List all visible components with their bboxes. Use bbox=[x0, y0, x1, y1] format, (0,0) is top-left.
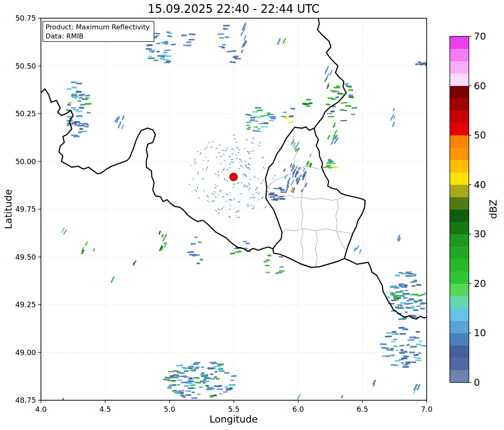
precip-cell bbox=[308, 103, 313, 104]
figure-title: 15.09.2025 22:40 - 22:44 UTC bbox=[148, 2, 319, 15]
precip-cell bbox=[168, 371, 172, 372]
precip-cell bbox=[413, 274, 416, 275]
precip-cell bbox=[73, 109, 79, 110]
precip-cell bbox=[279, 198, 285, 200]
precip-cell bbox=[223, 391, 227, 393]
precip-cell bbox=[402, 366, 409, 368]
precip-cell bbox=[328, 159, 332, 161]
radar-map-figure: 4.04.55.05.56.06.57.0 48.7549.0049.2549.… bbox=[0, 0, 504, 430]
precip-cell bbox=[390, 348, 394, 349]
radar-clutter-cell bbox=[218, 175, 219, 177]
precip-cell bbox=[168, 385, 172, 387]
radar-clutter-cell bbox=[233, 198, 235, 199]
precip-cell bbox=[204, 380, 210, 382]
precip-cell bbox=[222, 47, 225, 48]
colorbar-segment bbox=[450, 234, 469, 246]
colorbar-segment bbox=[450, 98, 469, 110]
precip-cell bbox=[153, 60, 159, 61]
precip-cell bbox=[191, 243, 196, 245]
precip-cell bbox=[197, 263, 200, 264]
precip-cell bbox=[231, 375, 236, 377]
precip-cell bbox=[148, 55, 152, 57]
colorbar-tick-label: 30 bbox=[474, 229, 486, 239]
colorbar-segment bbox=[450, 123, 469, 135]
precip-cell bbox=[413, 309, 418, 311]
precip-cell bbox=[412, 285, 416, 287]
colorbar-segment bbox=[450, 110, 469, 123]
precip-cell bbox=[275, 272, 279, 274]
precip-cell bbox=[188, 368, 193, 369]
precip-cell bbox=[291, 108, 295, 110]
precip-cell bbox=[400, 306, 403, 308]
precip-cell bbox=[306, 99, 311, 100]
precip-cell bbox=[418, 352, 421, 354]
x-axis-label: Longitude bbox=[210, 413, 258, 425]
precip-cell bbox=[409, 299, 414, 300]
precip-cell bbox=[177, 384, 180, 385]
precip-cell bbox=[167, 35, 172, 37]
precip-cell bbox=[322, 167, 329, 168]
precip-cell bbox=[183, 368, 188, 370]
precip-cell bbox=[86, 124, 89, 126]
precip-cell bbox=[266, 272, 270, 273]
colorbar-segment bbox=[450, 284, 469, 296]
colorbar-tick-label: 50 bbox=[474, 130, 486, 141]
colorbar-segment bbox=[450, 222, 469, 234]
colorbar-segment bbox=[450, 308, 469, 320]
precip-cell bbox=[186, 41, 191, 43]
precip-cell bbox=[79, 97, 82, 98]
precip-cell bbox=[382, 356, 386, 357]
precip-cell bbox=[332, 166, 337, 168]
precip-cell bbox=[72, 93, 77, 95]
precip-cell bbox=[213, 394, 217, 396]
precip-cell bbox=[223, 25, 230, 26]
colorbar-segment bbox=[450, 271, 469, 284]
precip-cell bbox=[79, 123, 82, 124]
precip-cell bbox=[196, 377, 200, 379]
precip-cell bbox=[408, 339, 414, 341]
precip-cell bbox=[194, 368, 199, 369]
annotation-data-line: Data: RMIB bbox=[45, 32, 84, 40]
precip-cell bbox=[189, 378, 193, 380]
precip-cell bbox=[246, 243, 250, 244]
radar-clutter-cell bbox=[275, 174, 275, 177]
precip-cell bbox=[180, 395, 185, 396]
radar-clutter-cell bbox=[263, 180, 264, 181]
precip-cell bbox=[269, 116, 276, 118]
x-tick-label: 6.0 bbox=[292, 405, 304, 413]
precip-cell bbox=[409, 294, 413, 295]
precip-cell bbox=[166, 55, 171, 57]
precip-cell bbox=[209, 362, 216, 363]
precip-cell bbox=[233, 56, 237, 58]
precip-cell bbox=[400, 333, 406, 334]
precip-cell bbox=[418, 61, 421, 63]
precip-cell bbox=[188, 366, 194, 368]
precip-cell bbox=[397, 304, 402, 306]
colorbar-segment bbox=[450, 333, 469, 345]
precip-cell bbox=[184, 370, 189, 372]
precip-cell bbox=[279, 187, 282, 189]
y-tick-label: 50.50 bbox=[15, 62, 36, 70]
precip-cell bbox=[177, 371, 180, 373]
precip-cell bbox=[156, 51, 160, 52]
precip-cell bbox=[409, 337, 416, 339]
precip-cell bbox=[403, 297, 406, 299]
colorbar-segment bbox=[450, 259, 469, 271]
precip-cell bbox=[395, 275, 400, 277]
precip-cell bbox=[401, 349, 404, 351]
y-axis-label: Latitude bbox=[2, 189, 14, 229]
colorbar-label: dBZ bbox=[487, 199, 499, 219]
precip-cell bbox=[250, 119, 255, 121]
precip-cell bbox=[403, 318, 406, 320]
precip-cell bbox=[68, 102, 72, 104]
precip-cell bbox=[71, 81, 76, 83]
precip-cell bbox=[203, 379, 206, 380]
precip-cell bbox=[284, 117, 289, 119]
radar-clutter-cell bbox=[230, 205, 231, 206]
precip-cell bbox=[246, 128, 250, 129]
precip-cell bbox=[220, 369, 224, 371]
precip-cell bbox=[252, 111, 258, 112]
precip-cell bbox=[416, 344, 421, 345]
precip-cell bbox=[268, 194, 275, 195]
precip-cell bbox=[189, 39, 194, 40]
